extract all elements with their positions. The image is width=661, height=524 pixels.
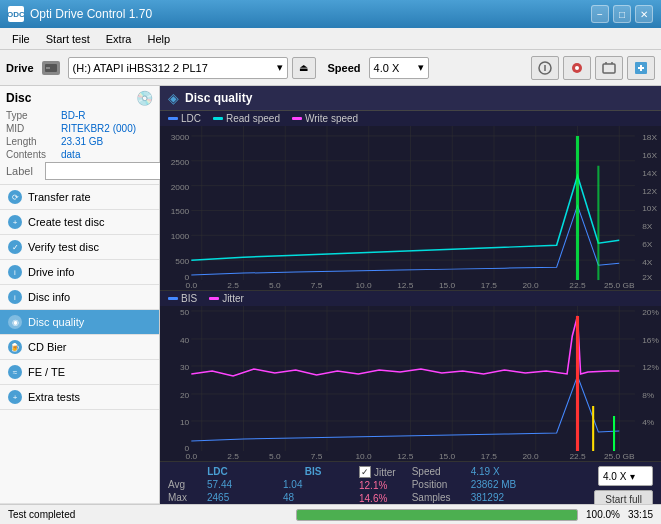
drive-info-icon: i [8,265,22,279]
lower-legend: BIS Jitter [160,291,661,306]
toolbar-btn-2[interactable] [563,56,591,80]
fe-te-icon: ≈ [8,365,22,379]
sidebar-item-verify-test-disc[interactable]: ✓ Verify test disc [0,235,159,260]
sidebar-item-drive-info[interactable]: i Drive info [0,260,159,285]
max-label: Max [168,492,203,503]
svg-text:3000: 3000 [171,133,190,142]
sidebar-item-create-test-disc[interactable]: + Create test disc [0,210,159,235]
label-field-label: Label [6,165,41,177]
svg-text:30: 30 [180,363,190,372]
jitter-avg: 12.1% [359,480,387,491]
position-label: Position [412,479,467,490]
toolbar-btn-3[interactable] [595,56,623,80]
drive-label: Drive [6,62,34,74]
close-button[interactable]: ✕ [635,5,653,23]
progress-value: 100.0% [586,509,620,520]
svg-text:6X: 6X [642,240,653,249]
svg-text:2.5: 2.5 [227,452,239,461]
svg-text:2X: 2X [642,273,653,282]
samples-value: 381292 [471,492,504,503]
left-panel: Disc 💿 Type BD-R MID RITEKBR2 (000) Leng… [0,86,160,524]
menu-help[interactable]: Help [139,31,178,47]
speed-select[interactable]: 4.0 X ▾ [369,57,429,79]
svg-text:22.5: 22.5 [569,452,586,461]
bis-max: 48 [283,492,343,503]
svg-text:17.5: 17.5 [481,281,498,290]
elapsed-time: 33:15 [628,509,653,520]
svg-rect-6 [603,64,615,73]
menu-start-test[interactable]: Start test [38,31,98,47]
sidebar-item-disc-info[interactable]: i Disc info [0,285,159,310]
legend-ldc: LDC [181,113,201,124]
bis-header: BIS [283,466,343,477]
app-icon: ODC [8,6,24,22]
svg-text:16%: 16% [642,336,659,345]
chart-icon: ◈ [168,90,179,106]
length-label: Length [6,136,61,147]
app-title: Opti Drive Control 1.70 [30,7,152,21]
sidebar-item-transfer-rate[interactable]: ⟳ Transfer rate [0,185,159,210]
samples-label: Samples [412,492,467,503]
type-label: Type [6,110,61,121]
drive-select[interactable]: (H:) ATAPI iHBS312 2 PL17 ▾ [68,57,288,79]
jitter-stats: ✓ Jitter 12.1% 14.6% [359,466,396,504]
upper-legend: LDC Read speed Write speed [160,111,661,126]
svg-text:2500: 2500 [171,158,190,167]
menu-file[interactable]: File [4,31,38,47]
svg-text:15.0: 15.0 [439,452,456,461]
progress-bar-fill [297,510,577,520]
legend-write-speed: Write speed [305,113,358,124]
sidebar-item-disc-quality[interactable]: ◉ Disc quality [0,310,159,335]
disc-quality-icon: ◉ [8,315,22,329]
ldc-avg: 57.44 [207,479,267,490]
disc-section: Disc 💿 Type BD-R MID RITEKBR2 (000) Leng… [0,86,159,185]
legend-read-speed: Read speed [226,113,280,124]
sidebar-item-extra-tests[interactable]: + Extra tests [0,385,159,410]
type-value: BD-R [61,110,85,121]
disc-title: Disc [6,91,31,105]
svg-text:20.0: 20.0 [522,281,539,290]
extra-tests-icon: + [8,390,22,404]
sidebar-item-fe-te[interactable]: ≈ FE / TE [0,360,159,385]
svg-text:500: 500 [175,257,189,266]
chart-header: ◈ Disc quality [160,86,661,111]
svg-text:10.0: 10.0 [355,452,372,461]
ldc-max: 2465 [207,492,267,503]
chart-title: Disc quality [185,91,252,105]
transfer-rate-icon: ⟳ [8,190,22,204]
create-test-disc-icon: + [8,215,22,229]
svg-text:5.0: 5.0 [269,281,281,290]
eject-button[interactable]: ⏏ [292,57,316,79]
svg-text:25.0 GB: 25.0 GB [604,281,635,290]
progress-bar-container [296,509,578,521]
minimize-button[interactable]: − [591,5,609,23]
disc-info-icon: i [8,290,22,304]
maximize-button[interactable]: □ [613,5,631,23]
label-input[interactable] [45,162,178,180]
svg-text:0.0: 0.0 [186,452,198,461]
avg-label: Avg [168,479,203,490]
mid-label: MID [6,123,61,134]
toolbar-btn-4[interactable] [627,56,655,80]
lower-chart: 50 40 30 20 10 0 20% 16% 12% 8% 4% [160,306,661,461]
menu-extra[interactable]: Extra [98,31,140,47]
speed-value-stat: 4.19 X [471,466,500,477]
svg-text:12%: 12% [642,363,659,372]
sidebar-item-cd-bier[interactable]: 🍺 CD Bier [0,335,159,360]
svg-text:20%: 20% [642,308,659,317]
disc-icon: 💿 [136,90,153,106]
position-value: 23862 MB [471,479,517,490]
mid-value: RITEKBR2 (000) [61,123,136,134]
legend-jitter: Jitter [222,293,244,304]
ldc-header: LDC [168,466,267,477]
nav-items: ⟳ Transfer rate + Create test disc ✓ Ver… [0,185,159,524]
svg-text:16X: 16X [642,151,657,160]
cd-bier-icon: 🍺 [8,340,22,354]
status-bar: Test completed 100.0% 33:15 [0,504,661,524]
svg-text:12.5: 12.5 [397,281,414,290]
svg-text:18X: 18X [642,133,657,142]
speed-selector[interactable]: 4.0 X ▾ [598,466,653,486]
toolbar-btn-1[interactable] [531,56,559,80]
svg-rect-1 [46,67,50,69]
jitter-checkbox[interactable]: ✓ [359,466,371,478]
